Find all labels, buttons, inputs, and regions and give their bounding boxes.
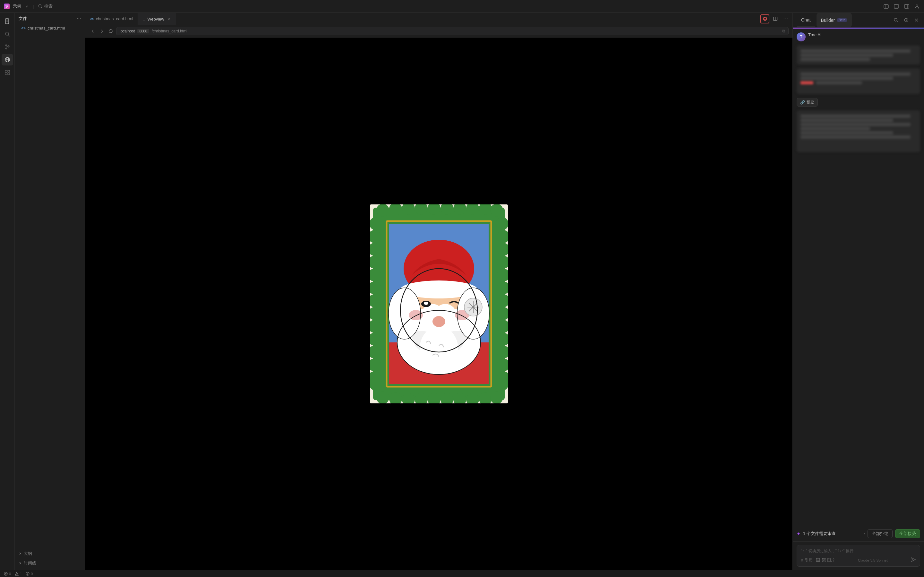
chat-input-placeholder: "↑↓" 切换历史输入，"⇧↵" 换行 bbox=[801, 548, 916, 554]
svg-rect-2 bbox=[884, 5, 889, 8]
svg-rect-20 bbox=[5, 73, 7, 75]
accept-all-button[interactable]: 全部接受 bbox=[895, 529, 920, 538]
sidebar-bottom: 大纲 时间线 bbox=[15, 547, 85, 570]
file-review-bar: ✦ 1 个文件需要审查 › 全部拒绝 全部接受 bbox=[793, 525, 924, 542]
webview-icon: ⊡ bbox=[142, 17, 145, 21]
reload-button[interactable] bbox=[107, 27, 114, 35]
chat-input-actions: # 引用 🖼 🖼 图片 Claude-3.5-Sonnet bbox=[801, 557, 916, 563]
chevron-down-icon bbox=[25, 5, 28, 8]
activity-search-icon[interactable] bbox=[2, 28, 13, 40]
panel-search-icon[interactable] bbox=[892, 16, 900, 24]
search-bar[interactable]: 搜索 bbox=[38, 3, 53, 9]
webview-refresh-icon[interactable] bbox=[760, 15, 769, 23]
titlebar: 示 示例 | 搜索 bbox=[0, 0, 924, 13]
tab-chat[interactable]: Chat bbox=[797, 13, 815, 27]
link-icon: 🔗 bbox=[800, 100, 805, 105]
panel-close-icon[interactable] bbox=[913, 16, 920, 24]
preview-badge[interactable]: 🔗 预览 bbox=[797, 98, 920, 106]
tab-webview[interactable]: ⊡ Webview ✕ bbox=[138, 13, 176, 25]
reject-all-button[interactable]: 全部拒绝 bbox=[868, 529, 893, 538]
back-button[interactable] bbox=[89, 27, 96, 35]
file-code-icon: <> bbox=[21, 26, 26, 31]
main-layout: 文件 ⋯ <> christmas_card.html 大纲 时间线 <> bbox=[0, 13, 924, 570]
activity-git-icon[interactable] bbox=[2, 41, 13, 53]
chevron-right-icon-2 bbox=[19, 562, 22, 565]
builder-label: Builder bbox=[821, 18, 835, 23]
search-icon bbox=[38, 4, 42, 8]
sidebar-file-item[interactable]: <> christmas_card.html bbox=[15, 24, 85, 32]
svg-point-94 bbox=[433, 316, 445, 327]
svg-rect-19 bbox=[8, 70, 10, 72]
tab-builder[interactable]: Builder Beta bbox=[816, 13, 852, 27]
activity-files-icon[interactable] bbox=[2, 15, 13, 27]
panel-history-icon[interactable] bbox=[902, 16, 910, 24]
address-hostname: localhost bbox=[120, 29, 135, 33]
user-icon[interactable] bbox=[914, 3, 920, 10]
code-icon: <> bbox=[90, 17, 94, 21]
trae-ai-avatar: T bbox=[797, 32, 806, 41]
beta-badge: Beta bbox=[837, 18, 847, 22]
panel-header-actions bbox=[892, 16, 920, 24]
separator: | bbox=[33, 4, 34, 9]
chat-message-1 bbox=[797, 45, 920, 64]
split-editor-icon[interactable] bbox=[771, 15, 780, 23]
send-button[interactable] bbox=[911, 557, 916, 563]
sparkle-icon: ✦ bbox=[797, 531, 800, 536]
svg-point-96 bbox=[424, 301, 428, 305]
svg-rect-4 bbox=[894, 5, 899, 8]
sidebar-filter-icon[interactable]: ⋯ bbox=[77, 16, 81, 21]
svg-rect-21 bbox=[8, 73, 10, 75]
layout-panel-icon[interactable] bbox=[893, 3, 900, 10]
layout-sidebar-left-icon[interactable] bbox=[883, 3, 889, 10]
editor-area: <> christmas_card.html ⊡ Webview ✕ ⋯ bbox=[85, 13, 792, 570]
forward-button[interactable] bbox=[98, 27, 105, 35]
trae-ai-label: Trae AI bbox=[808, 32, 821, 37]
error-icon bbox=[4, 572, 8, 576]
svg-line-1 bbox=[41, 7, 42, 8]
info-icon bbox=[26, 572, 29, 576]
address-port: 8000 bbox=[137, 29, 149, 33]
layout-sidebar-right-icon[interactable] bbox=[903, 3, 910, 10]
image-action[interactable]: 🖼 🖼 图片 bbox=[816, 558, 834, 563]
svg-point-120 bbox=[27, 572, 28, 573]
santa-card bbox=[370, 205, 508, 403]
tab-code[interactable]: <> christmas_card.html bbox=[85, 13, 138, 25]
svg-point-109 bbox=[894, 18, 897, 21]
tab-close-button[interactable]: ✕ bbox=[166, 17, 171, 22]
reference-action[interactable]: # 引用 bbox=[801, 558, 813, 563]
chat-content[interactable]: T Trae AI 🔗 bbox=[793, 29, 924, 525]
copy-url-icon[interactable]: ⧉ bbox=[782, 29, 785, 34]
status-info: 0 bbox=[26, 572, 33, 576]
app-logo: 示 bbox=[4, 3, 10, 9]
activity-connections-icon[interactable] bbox=[2, 54, 13, 66]
right-panel-header: Chat Builder Beta bbox=[793, 13, 924, 27]
warning-icon bbox=[15, 572, 19, 576]
titlebar-actions bbox=[883, 3, 920, 10]
chat-input-box[interactable]: "↑↓" 切换历史输入，"⇧↵" 换行 # 引用 🖼 🖼 图片 Claude-3… bbox=[797, 545, 920, 567]
sidebar-outline-section[interactable]: 大纲 bbox=[19, 550, 81, 558]
trae-ai-row: T Trae AI bbox=[797, 32, 920, 41]
sidebar: 文件 ⋯ <> christmas_card.html 大纲 时间线 bbox=[15, 13, 85, 570]
more-actions-icon[interactable]: ⋯ bbox=[781, 15, 790, 23]
tab-bar-actions: ⋯ bbox=[758, 15, 792, 23]
svg-point-104 bbox=[472, 306, 475, 308]
review-chevron-icon[interactable]: › bbox=[864, 532, 865, 536]
hash-icon: # bbox=[801, 558, 803, 562]
address-input[interactable]: localhost 8000 /christmas_card.html ⧉ bbox=[116, 27, 789, 35]
svg-point-85 bbox=[420, 326, 458, 371]
sidebar-timeline-section[interactable]: 时间线 bbox=[19, 559, 81, 567]
svg-point-0 bbox=[39, 5, 41, 7]
sidebar-title: 文件 bbox=[19, 16, 27, 21]
sidebar-actions: ⋯ bbox=[77, 16, 81, 21]
svg-line-11 bbox=[8, 35, 10, 36]
status-errors: 0 bbox=[4, 572, 11, 576]
chat-input-area: "↑↓" 切换历史输入，"⇧↵" 换行 # 引用 🖼 🖼 图片 Claude-3… bbox=[793, 542, 924, 570]
svg-rect-9 bbox=[5, 19, 9, 24]
chevron-right-icon bbox=[19, 552, 22, 555]
activity-bar bbox=[0, 13, 15, 570]
svg-point-14 bbox=[8, 45, 9, 47]
activity-extensions-icon[interactable] bbox=[2, 67, 13, 78]
chat-message-3 bbox=[797, 110, 920, 152]
progress-bar bbox=[793, 27, 924, 29]
status-warnings: 1 bbox=[15, 572, 22, 576]
